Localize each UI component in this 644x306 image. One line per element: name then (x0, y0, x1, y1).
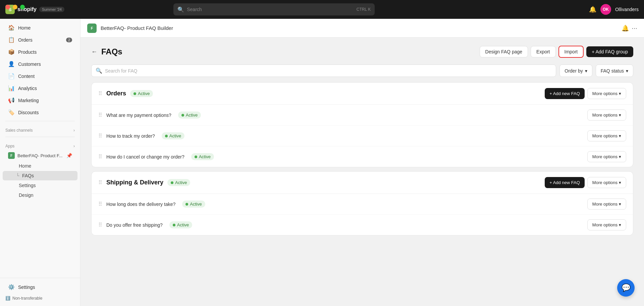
faq-item-actions: More options ▾ (587, 199, 626, 210)
pin-icon: 📌 (66, 153, 72, 158)
drag-handle-icon[interactable]: ⠿ (98, 179, 102, 186)
more-options-button-faq-2[interactable]: More options ▾ (587, 130, 626, 141)
discounts-icon: 🏷️ (8, 109, 15, 116)
info-icon: ℹ️ (5, 296, 10, 301)
status-label: Active (199, 154, 211, 159)
chevron-down-icon: ▾ (626, 68, 628, 74)
sidebar: 🏠 Home 📋 Orders 2 📦 Products 👤 Customers… (0, 19, 80, 306)
drag-handle-icon[interactable]: ⠿ (98, 133, 102, 139)
status-badge: Active (130, 90, 153, 97)
sidebar-item-home[interactable]: 🏠 Home (3, 22, 77, 34)
chat-button[interactable]: 💬 (617, 279, 635, 297)
faq-question: How do I cancel or change my order? (106, 154, 184, 160)
summer-badge: Summer '24 (39, 7, 64, 12)
page-title: FAQs (101, 47, 122, 56)
expand-icon[interactable]: › (73, 128, 75, 133)
more-options-button-shipping-faq-2[interactable]: More options ▾ (587, 219, 626, 230)
sidebar-item-products[interactable]: 📦 Products (3, 46, 77, 58)
status-dot (185, 203, 188, 206)
sidebar-item-content[interactable]: 📄 Content (3, 70, 77, 82)
app-home-label: Home (19, 163, 31, 169)
notification-bell-icon[interactable]: 🔔 (589, 6, 596, 13)
products-icon: 📦 (8, 49, 15, 55)
sidebar-sub-item-app-home[interactable]: Home (3, 161, 77, 171)
minimize-button[interactable] (13, 5, 17, 9)
status-badge: Active (167, 179, 190, 186)
expand-icon[interactable]: › (73, 144, 75, 148)
search-bar[interactable]: 🔍 CTRL K (173, 3, 375, 15)
sidebar-item-customers[interactable]: 👤 Customers (3, 58, 77, 70)
sidebar-nav: 🏠 Home 📋 Orders 2 📦 Products 👤 Customers… (0, 19, 80, 203)
more-options-button-shipping-faq-1[interactable]: More options ▾ (587, 199, 626, 210)
more-options-button-faq-1[interactable]: More options ▾ (587, 110, 626, 121)
drag-handle-icon[interactable]: ⠿ (98, 90, 102, 97)
sidebar-item-orders[interactable]: 📋 Orders 2 (3, 34, 77, 46)
drag-handle-icon[interactable]: ⠿ (98, 201, 102, 207)
import-button[interactable]: Import (558, 46, 584, 58)
order-by-button[interactable]: Order by ▾ (559, 64, 592, 77)
faq-group-shipping-header: ⠿ Shipping & Delivery Active + Add new F… (92, 172, 633, 194)
search-icon: 🔍 (96, 68, 102, 74)
app-bell-icon[interactable]: 🔔 (622, 25, 629, 32)
add-new-faq-button-shipping[interactable]: + Add new FAQ (545, 177, 585, 188)
more-options-button-faq-3[interactable]: More options ▾ (587, 151, 626, 162)
orders-badge: 2 (66, 38, 72, 42)
faq-status-button[interactable]: FAQ status ▾ (596, 64, 633, 77)
sidebar-item-settings[interactable]: ⚙️ Settings (3, 281, 77, 293)
page-header: ← FAQs Design FAQ page Export Import + A… (91, 46, 633, 58)
faq-question: How to track my order? (106, 133, 155, 139)
chat-icon: 💬 (622, 283, 631, 292)
faq-item: ⠿ How long does the delivery take? Activ… (92, 194, 633, 215)
more-options-button-orders[interactable]: More options ▾ (587, 88, 626, 99)
faq-item-actions: More options ▾ (587, 110, 626, 121)
app-faqs-label: FAQs (22, 173, 34, 178)
app-more-icon[interactable]: ··· (632, 24, 637, 32)
sales-channels-header: Sales channels › (0, 124, 80, 134)
sidebar-item-analytics[interactable]: 📊 Analytics (3, 82, 77, 94)
status-dot (181, 114, 184, 117)
non-transferable: ℹ️ Non-transferable (0, 293, 80, 303)
drag-handle-icon[interactable]: ⠿ (98, 154, 102, 160)
topbar: S shopify Summer '24 🔍 CTRL K 🔔 OK Olliv… (0, 0, 644, 19)
sidebar-item-label: Products (18, 49, 37, 55)
chevron-down-icon: ▾ (585, 68, 587, 74)
add-faq-group-button[interactable]: + Add FAQ group (586, 46, 633, 57)
settings-icon: ⚙️ (8, 284, 15, 290)
sidebar-item-discounts[interactable]: 🏷️ Discounts (3, 106, 77, 118)
add-new-faq-button-orders[interactable]: + Add new FAQ (545, 88, 585, 99)
sidebar-sub-item-app-settings[interactable]: Settings (3, 181, 77, 190)
drag-handle-icon[interactable]: ⠿ (98, 222, 102, 228)
export-button[interactable]: Export (531, 46, 555, 57)
sidebar-item-label: Analytics (18, 86, 37, 91)
app-name: BetterFAQ- Product F... (17, 153, 62, 158)
group-actions: + Add new FAQ More options ▾ (545, 88, 626, 99)
search-icon: 🔍 (177, 6, 184, 13)
faq-group-orders: ⠿ Orders Active + Add new FAQ More optio… (91, 82, 633, 167)
maximize-button[interactable] (20, 5, 25, 9)
back-arrow[interactable]: ← (91, 48, 97, 55)
page-title-row: ← FAQs (91, 47, 122, 56)
faq-question: How long does the delivery take? (106, 202, 175, 207)
faq-search-box[interactable]: 🔍 (91, 64, 556, 77)
close-button[interactable] (5, 5, 10, 9)
faq-search-input[interactable] (105, 68, 552, 74)
search-input[interactable] (187, 7, 354, 12)
drag-handle-icon[interactable]: ⠿ (98, 112, 102, 118)
divider (5, 137, 75, 137)
app-header-icon: F (87, 24, 97, 33)
sidebar-sub-item-app-faqs[interactable]: └ FAQs (3, 171, 77, 180)
faq-item: ⠿ What are my payment options? Active Mo… (92, 105, 633, 126)
chevron-down-icon: ▾ (619, 113, 621, 118)
home-icon: 🏠 (8, 25, 15, 31)
sidebar-sub-item-app-design[interactable]: Design (3, 190, 77, 200)
chevron-down-icon: ▾ (619, 91, 621, 96)
design-faq-page-button[interactable]: Design FAQ page (480, 46, 528, 57)
more-options-button-shipping[interactable]: More options ▾ (587, 177, 626, 188)
sidebar-item-marketing[interactable]: 📢 Marketing (3, 94, 77, 106)
app-betterfaq[interactable]: F BetterFAQ- Product F... 📌 (3, 150, 77, 161)
status-dot (195, 156, 197, 158)
more-options-label: More options (592, 154, 618, 159)
faq-status-label: FAQ status (601, 68, 624, 74)
faq-item-actions: More options ▾ (587, 151, 626, 162)
main-content: F BetterFAQ- Product FAQ Builder 🔔 ··· ←… (80, 19, 644, 306)
